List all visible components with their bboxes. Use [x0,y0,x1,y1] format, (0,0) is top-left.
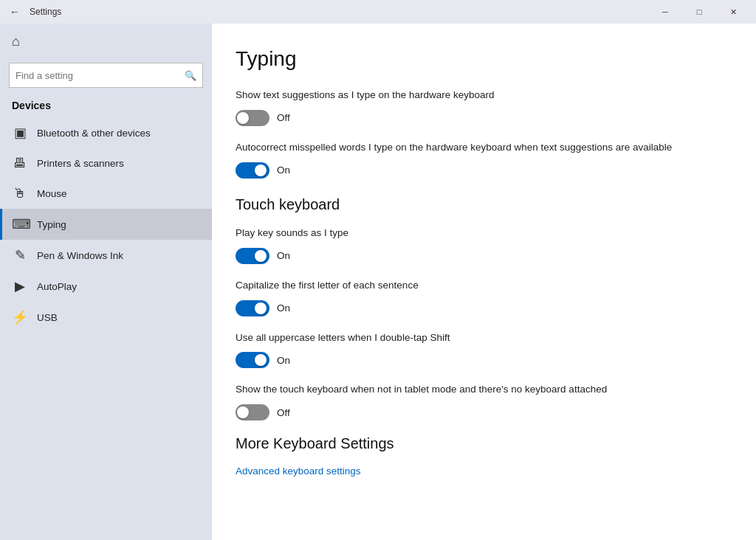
sidebar-section-title: Devices [0,97,212,117]
titlebar: ← Settings ─ □ ✕ [0,0,756,24]
sidebar-item-usb[interactable]: ⚡ USB [0,302,212,333]
toggle-track [236,110,269,126]
mouse-icon: 🖱 [12,186,28,201]
sidebar-item-pen[interactable]: ✎ Pen & Windows Ink [0,240,212,271]
toggle-thumb [255,250,267,262]
sidebar-item-label-autoplay: AutoPlay [37,281,77,292]
sidebar-item-label-mouse: Mouse [37,188,67,199]
capitalize-row: On [236,300,726,316]
touch-keyboard-title: Touch keyboard [236,193,726,213]
text-suggestions-toggle[interactable] [236,110,269,126]
autocorrect-row: On [236,162,726,179]
home-icon: ⌂ [12,34,20,49]
toggle-track [236,404,269,420]
play-sounds-label: Play key sounds as I type [236,226,726,240]
autocorrect-toggle[interactable] [236,162,269,179]
window-controls: ─ □ ✕ [648,0,750,24]
search-icon: 🔍 [185,70,196,81]
toggle-thumb [237,112,249,124]
toggle-thumb [255,165,267,176]
bluetooth-icon: ▣ [12,125,28,141]
toggle-thumb [255,302,267,314]
typing-icon: ⌨ [12,216,28,232]
sidebar-item-label-typing: Typing [37,219,66,230]
minimize-button[interactable]: ─ [648,0,682,24]
sidebar-item-label-bluetooth: Bluetooth & other devices [37,128,151,139]
toggle-track [236,162,269,179]
show-touch-keyboard-toggle[interactable] [236,404,269,420]
capitalize-label: Capitalize the first letter of each sent… [236,279,726,293]
show-touch-keyboard-row: Off [236,404,726,420]
play-sounds-row: On [236,248,726,264]
sidebar-item-label-printers: Printers & scanners [37,158,124,169]
more-keyboard-title: More Keyboard Settings [236,435,726,452]
sidebar-item-autoplay[interactable]: ▶ AutoPlay [0,271,212,302]
play-sounds-toggle[interactable] [236,248,269,264]
capitalize-state: On [277,302,290,314]
search-box[interactable]: 🔍 [9,63,203,88]
toggle-track [236,300,269,316]
pen-icon: ✎ [12,247,28,263]
printers-icon: 🖶 [12,156,28,171]
text-suggestions-state: Off [277,112,290,123]
autoplay-icon: ▶ [12,278,28,294]
uppercase-shift-toggle[interactable] [236,352,269,368]
text-suggestions-label: Show text suggestions as I type on the h… [236,89,726,103]
toggle-track [236,248,269,264]
page-title: Typing [236,47,726,71]
back-button[interactable]: ← [6,3,24,21]
show-touch-keyboard-label: Show the touch keyboard when not in tabl… [236,383,726,397]
sidebar-item-label-usb: USB [37,312,58,323]
toggle-track [236,352,269,368]
autocorrect-label: Autocorrect misspelled words I type on t… [236,141,726,155]
sidebar-item-printers[interactable]: 🖶 Printers & scanners [0,148,212,179]
toggle-thumb [255,354,267,366]
uppercase-shift-label: Use all uppercase letters when I double-… [236,331,726,345]
sidebar-item-typing[interactable]: ⌨ Typing [0,209,212,240]
more-keyboard-section: More Keyboard Settings Advanced keyboard… [236,435,726,477]
capitalize-toggle[interactable] [236,300,269,316]
app-body: ⌂ 🔍 Devices ▣ Bluetooth & other devices … [0,24,756,540]
uppercase-shift-row: On [236,352,726,368]
app-title: Settings [30,7,648,17]
toggle-thumb [237,406,249,418]
show-touch-keyboard-state: Off [277,407,290,418]
play-sounds-state: On [277,250,290,261]
sidebar-item-label-pen: Pen & Windows Ink [37,250,123,261]
main-panel: Typing Show text suggestions as I type o… [212,24,756,540]
uppercase-shift-state: On [277,355,290,366]
sidebar-item-bluetooth[interactable]: ▣ Bluetooth & other devices [0,117,212,148]
home-button[interactable]: ⌂ [0,24,212,60]
sidebar-item-mouse[interactable]: 🖱 Mouse [0,179,212,209]
maximize-button[interactable]: □ [682,0,716,24]
advanced-keyboard-link[interactable]: Advanced keyboard settings [236,465,361,477]
usb-icon: ⚡ [12,309,28,325]
text-suggestions-row: Off [236,110,726,126]
autocorrect-state: On [277,165,290,176]
search-input[interactable] [16,70,185,81]
close-button[interactable]: ✕ [716,0,750,24]
sidebar: ⌂ 🔍 Devices ▣ Bluetooth & other devices … [0,24,212,540]
